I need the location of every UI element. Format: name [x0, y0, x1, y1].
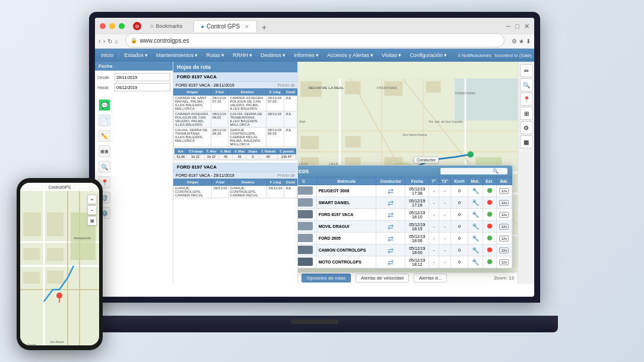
toolbar-grid[interactable]: ▦ — [520, 135, 533, 148]
th-kmh: Km/h — [451, 177, 468, 185]
win-min[interactable]: ─ — [506, 23, 511, 30]
tech-table: ✓ C Matrícula Conductor Fecha T° T2° Km/… — [298, 177, 512, 268]
nav-rutas[interactable]: Rutas ▾ — [202, 51, 228, 59]
sidebar-icon-settings[interactable]: ⚙️ — [97, 206, 170, 220]
tech-table-row[interactable]: MOTO CONTROLGPS ⇄ 05/12/19 18:12 - - 0 🔧… — [298, 256, 512, 268]
svg-rect-36 — [426, 81, 441, 93]
td-bat: 12v — [496, 244, 512, 256]
td-fecha: 05/12/19 18:12 — [405, 256, 429, 268]
nav-inicio[interactable]: Inicio — [97, 51, 117, 59]
win-max[interactable]: □ — [515, 23, 519, 30]
nav-configuracion[interactable]: Configuración ▾ — [406, 51, 451, 59]
td-t1: - — [429, 197, 439, 209]
search-icon: 🔍 — [493, 169, 499, 174]
table-row: CALVIA, SERRA DE TRAMUNTANA, ILLES BALEA… — [174, 128, 297, 147]
svg-rect-8 — [47, 212, 64, 236]
nav-mantenimientos[interactable]: Mantenimientos ▾ — [153, 51, 202, 59]
td-fecha: 05/12/19 18:06 — [405, 233, 429, 244]
th-c: C — [298, 177, 316, 185]
maximize-btn[interactable] — [119, 23, 125, 29]
phone-zoom-out[interactable]: − — [87, 205, 97, 215]
forward-btn[interactable]: › — [103, 37, 106, 45]
win-close[interactable]: ✕ — [524, 23, 529, 30]
toolbar-search[interactable]: 🔍 — [520, 78, 533, 91]
td-type — [298, 244, 316, 256]
svg-text:ANA: ANA — [299, 120, 306, 123]
tech-table-row[interactable]: PEUGEOT 3008 ⇄ 05/12/19 17:38 - - 0 🔧 12… — [298, 185, 512, 197]
td-mot: 🔧 — [468, 185, 483, 197]
active-tab[interactable]: ● Control GPS ✕ — [193, 20, 258, 32]
tech-table-row[interactable]: SMART DANIEL ⇄ 05/12/19 17:16 - - 0 🔧 12… — [298, 197, 512, 209]
tech-search-input[interactable] — [443, 169, 490, 174]
td-kmh: 0 — [451, 244, 468, 256]
notifications-label[interactable]: 0 Notificaciones — [458, 53, 491, 58]
route-date-1: FORD 8197 VACA - 28/11/2019 Precio de — [173, 82, 297, 88]
desde-input[interactable] — [115, 73, 170, 81]
td-t1: - — [429, 185, 439, 197]
tech-table-row[interactable]: FORD 2605 ⇄ 05/12/19 18:06 - - 0 🔧 12v — [298, 233, 512, 244]
laptop-device: O ☆ Bookmarks ● Control GPS ✕ + — [71, 12, 558, 332]
route-vehicle-1: FORD 8197 VACA — [173, 72, 297, 82]
summary-col-value: 3 — [246, 154, 259, 160]
close-btn[interactable] — [100, 23, 106, 29]
summary-col-value: 1h 21' — [186, 154, 205, 160]
refresh-btn[interactable]: ↻ — [107, 38, 112, 45]
tech-table-row[interactable]: MOVIL DRAGUI ⇄ 05/12/19 18:15 - - 0 🔧 12… — [298, 221, 512, 233]
td-conductor: ⇄ — [376, 233, 405, 244]
td-matricula: FORD 2605 — [316, 233, 376, 244]
td-type — [298, 233, 316, 244]
td-bat: 12v — [496, 209, 512, 221]
user-label: tvcontrol tv (Salir) — [495, 53, 532, 58]
svg-text:Son Bonet: Son Bonet — [50, 340, 64, 344]
tab-alertas-velocidad[interactable]: Alertas de velocidad — [356, 274, 409, 282]
td-conductor: ⇄ — [376, 185, 405, 197]
route-table-2: Origen F.Sal Destino F. Lleg Cond GARAJE… — [173, 179, 297, 198]
svg-rect-38 — [345, 136, 360, 147]
sidebar-icon-search[interactable]: 🔍 — [97, 160, 170, 174]
nav-accesos[interactable]: Accesos y Alertas ▾ — [323, 51, 377, 59]
close-search-icon[interactable]: ✕ — [501, 169, 505, 174]
sidebar-icon-marker[interactable]: 📍 — [97, 175, 170, 189]
sidebar-icon-shield[interactable]: 🛡️ — [97, 190, 170, 205]
td-type — [298, 221, 316, 233]
td-conductor: ⇄ — [376, 256, 405, 268]
nav-destinos[interactable]: Destinos ▾ — [257, 51, 289, 59]
summary-col-header: Km — [175, 149, 187, 154]
main-content: Fecha Desde Hasta 💬 — [95, 62, 534, 284]
phone-controls: + − ⊞ — [87, 195, 97, 226]
hasta-label: Hasta — [97, 85, 115, 90]
toolbar-pencil[interactable]: ✏ — [520, 64, 533, 77]
toolbar-settings[interactable]: ⚙ — [520, 121, 533, 134]
sidebar-icon-qr[interactable]: ⊞⊞ — [97, 144, 170, 158]
tab-alertas-otros[interactable]: Alertas d... — [414, 274, 447, 282]
phone-zoom-in[interactable]: + — [87, 195, 97, 204]
tab-opciones-rutas[interactable]: Opciones de rutas — [302, 274, 351, 282]
phone-layers[interactable]: ⊞ — [87, 216, 97, 226]
td-est — [483, 221, 496, 233]
toolbar-marker[interactable]: 📍 — [520, 93, 533, 106]
filter-hasta: Hasta — [97, 83, 170, 91]
tab-title: Control GPS — [207, 23, 240, 30]
summary-col-value: 51,06 — [175, 154, 187, 160]
sidebar-icon-whatsapp[interactable]: 💬 — [97, 98, 170, 112]
nav-visitas[interactable]: Visitas ▾ — [378, 51, 405, 59]
tech-table-row[interactable]: CAMION CONTROLGPS ⇄ 05/12/19 18:00 - - 0… — [298, 244, 512, 256]
address-bar[interactable]: 🔒 www.controlgps.es — [125, 33, 505, 47]
svg-text:Son Serra Perera: Son Serra Perera — [402, 133, 427, 136]
minimize-btn[interactable] — [109, 23, 115, 29]
hasta-input[interactable] — [115, 83, 170, 91]
sidebar-icon-edit[interactable]: ✏️ — [97, 129, 170, 143]
sidebar-filter: Desde Hasta — [95, 71, 173, 96]
nav-rrhh[interactable]: RRHH ▾ — [229, 51, 256, 59]
sidebar-icon-pdf[interactable]: 📄 — [97, 113, 170, 128]
home-btn[interactable]: ⌂ — [115, 38, 118, 45]
nav-informes[interactable]: Informes ▾ — [290, 51, 322, 59]
tech-search[interactable]: 🔍 ✕ — [440, 168, 507, 174]
new-tab-btn[interactable]: + — [258, 23, 270, 32]
nav-estados[interactable]: Estados ▾ — [120, 51, 151, 59]
th-fecha: Fecha — [405, 177, 429, 185]
sidebar-header: Fecha — [95, 62, 173, 71]
back-btn[interactable]: ‹ — [99, 37, 101, 45]
tech-table-row[interactable]: FORD 8197 VACA ⇄ 05/12/19 18:10 - - 0 🔧 … — [298, 209, 512, 221]
toolbar-layers[interactable]: ⊞ — [520, 107, 533, 120]
